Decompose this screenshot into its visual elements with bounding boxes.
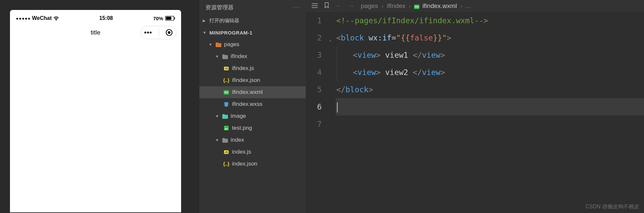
file-test-png[interactable]: test.png [199,122,306,134]
chevron-right-icon: ▶ [203,19,207,23]
folder-index[interactable]: ▼ index [199,134,306,146]
js-file-icon: JS [223,149,229,155]
code-line[interactable]: <!--pages/ifIndex/ifindex.wxml--> [336,12,644,29]
folder-icon [222,53,228,59]
code-area[interactable]: <!--pages/ifIndex/ifindex.wxml--> <block… [336,12,644,213]
tree-item-label: index [231,137,244,143]
line-number: 2 [306,29,322,46]
code-line[interactable]: <view> view1 </view> [336,46,644,64]
capsule-more-icon[interactable]: ••• [144,29,152,36]
tree-item-label: ifIndex [231,53,247,60]
nav-back-icon[interactable]: ← [336,3,342,10]
folder-ifindex[interactable]: ▼ ifIndex [199,50,306,62]
folder-icon [222,137,228,143]
explorer-title: 资源管理器 [205,4,234,11]
tree-item-label: pages [224,41,239,48]
svg-rect-7 [312,5,318,6]
code-line[interactable]: <view> view2 </view> [336,64,644,81]
battery-icon [165,16,175,21]
chevron-right-icon: › [460,2,462,10]
json-file-icon: {..} [223,77,229,83]
page-title: title [91,29,101,36]
phone-status-bar: ●●●●● WeChat 15:08 70% [10,13,181,23]
file-index-json[interactable]: {..} index.json [199,158,306,170]
chevron-down-icon: ▼ [203,31,207,35]
fold-gutter[interactable]: ⌄ [329,12,336,213]
cursor [337,103,338,112]
tree-item-label: ifindex.wxss [232,101,263,107]
tree-item-label: ifindex.wxml [232,89,263,96]
fold-chevron-icon[interactable]: ⌄ [329,31,336,48]
bookmark-icon[interactable] [324,2,329,10]
watermark: CSDN @癞皮狗不赖皮 [586,203,639,210]
chevron-down-icon: ▼ [215,138,219,142]
code-line[interactable] [336,98,644,115]
nav-forward-icon[interactable]: → [348,3,354,10]
capsule-divider [159,29,159,36]
breadcrumb-more[interactable]: ... [466,2,471,10]
list-icon[interactable] [312,3,318,10]
breadcrumb-item[interactable]: pages [361,2,378,10]
tree-item-label: ifindex.js [232,65,254,72]
phone-nav-bar: title ••• [10,23,181,42]
explorer-panel: 资源管理器 ··· ▶ 打开的编辑器 ▼ MINIPROGRAM-1 ▼ pag… [199,0,306,213]
file-ifindex-wxss[interactable]: ifindex.wxss [199,98,306,110]
svg-rect-2 [174,17,175,19]
file-ifindex-wxml[interactable]: <> ifindex.wxml [199,86,306,98]
js-file-icon: JS [223,65,229,71]
chevron-down-icon: ▼ [209,42,213,46]
code-comment: <!--pages/ifIndex/ifindex.wxml--> [336,16,488,25]
breadcrumb-file-label: ifindex.wxml [422,2,457,9]
tree-item-label: index.js [232,149,251,155]
code-line[interactable]: </block> [336,81,644,98]
breadcrumb-item[interactable]: ifIndex [387,2,405,10]
wxss-file-icon [223,101,229,107]
breadcrumb-item[interactable]: <> ifindex.wxml [414,2,457,10]
wifi-icon [53,15,59,21]
line-number: 6 [306,98,322,115]
folder-image[interactable]: ▼ image [199,110,306,122]
image-file-icon [223,125,229,131]
line-number: 7 [306,115,322,133]
open-editors-label: 打开的编辑器 [209,18,239,24]
capsule-button[interactable]: ••• [141,26,176,39]
line-number: 4 [306,64,322,81]
chevron-down-icon: ▼ [215,114,219,118]
tree-item-label: test.png [232,125,252,131]
chevron-right-icon: › [409,2,411,10]
json-file-icon: {..} [223,161,229,167]
capsule-close-icon[interactable] [165,29,173,36]
svg-rect-8 [312,7,318,8]
simulator-panel: ●●●●● WeChat 15:08 70% title ••• [0,0,199,213]
tree-item-label: image [231,113,246,119]
file-index-js[interactable]: JS index.js [199,146,306,158]
svg-rect-5 [224,126,229,130]
svg-rect-6 [312,3,318,4]
open-editors-section[interactable]: ▶ 打开的编辑器 [199,15,306,27]
tree-item-label: ifindex.json [232,77,260,84]
wxml-file-icon: <> [223,89,229,95]
tree-item-label: index.json [232,161,258,167]
editor-panel: ← → pages › ifIndex › <> ifindex.wxml › … [306,0,644,213]
code-line[interactable]: <block wx:if="{{false}}"> [336,29,644,46]
project-section[interactable]: ▼ MINIPROGRAM-1 [199,27,306,38]
folder-icon [222,113,228,119]
svg-point-4 [168,31,170,34]
breadcrumb: pages › ifIndex › <> ifindex.wxml › ... [361,2,471,10]
status-right: 70% [153,16,175,21]
file-ifindex-json[interactable]: {..} ifindex.json [199,74,306,86]
line-gutter: 1 2 3 4 5 6 7 [306,12,329,213]
phone-device: ●●●●● WeChat 15:08 70% title ••• [10,10,181,212]
status-time: 15:08 [99,15,113,21]
editor-body[interactable]: 1 2 3 4 5 6 7 ⌄ <!--pages/ifIndex/ifinde… [306,12,644,213]
chevron-right-icon: › [381,2,383,10]
explorer-more-icon[interactable]: ··· [293,4,300,11]
signal-icon: ●●●●● [16,16,31,21]
line-number: 5 [306,81,322,98]
file-ifindex-js[interactable]: JS ifindex.js [199,62,306,74]
project-label: MINIPROGRAM-1 [209,30,253,36]
svg-rect-1 [166,17,171,20]
folder-pages[interactable]: ▼ pages [199,38,306,50]
battery-pct: 70% [153,16,163,21]
carrier-label: WeChat [32,15,52,21]
